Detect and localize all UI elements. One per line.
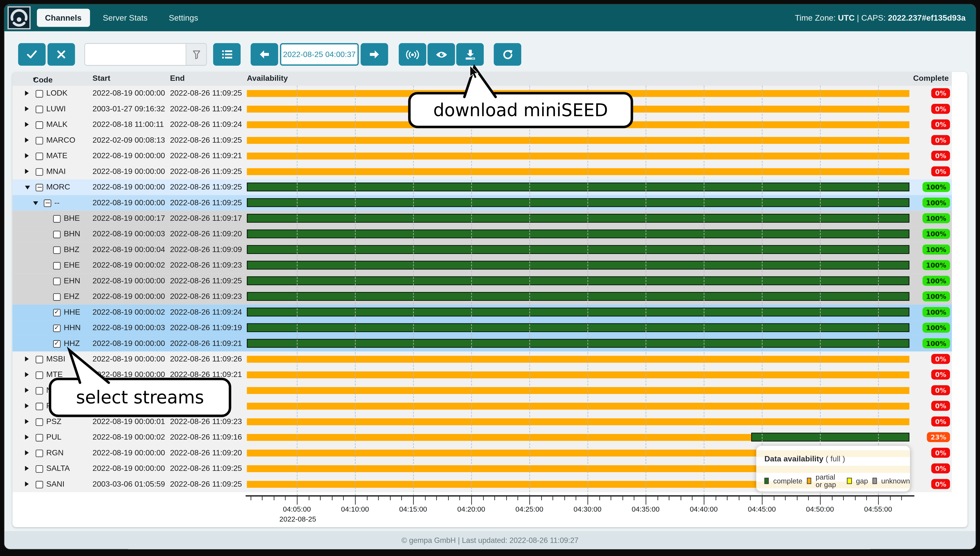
expand-arrow-collapsed-icon[interactable] xyxy=(25,153,29,158)
availability-bar[interactable] xyxy=(247,383,909,398)
row-checkbox[interactable] xyxy=(53,215,61,222)
table-row[interactable]: EHZ2022-08-19 00:00:002022-08-26 11:09:2… xyxy=(13,289,952,304)
availability-bar[interactable] xyxy=(247,430,909,445)
availability-bar[interactable] xyxy=(247,320,909,336)
expand-arrow-collapsed-icon[interactable] xyxy=(25,137,29,143)
row-checkbox[interactable] xyxy=(53,230,61,238)
row-checkbox[interactable] xyxy=(35,418,43,425)
availability-bar[interactable] xyxy=(247,336,909,351)
tab-settings[interactable]: Settings xyxy=(161,9,206,27)
col-header-availability[interactable]: Availability xyxy=(247,74,288,82)
expand-arrow-expanded-icon[interactable] xyxy=(25,185,30,189)
row-checkbox[interactable] xyxy=(35,168,43,175)
download-button[interactable] xyxy=(456,43,484,66)
row-checkbox[interactable] xyxy=(53,340,61,348)
tab-channels[interactable]: Channels xyxy=(37,9,90,27)
availability-bar[interactable] xyxy=(247,164,909,179)
row-checkbox[interactable] xyxy=(35,356,43,363)
availability-bar[interactable] xyxy=(247,211,909,226)
filter-input[interactable] xyxy=(85,44,186,65)
legend-label: complete xyxy=(773,477,802,485)
expand-arrow-collapsed-icon[interactable] xyxy=(25,403,29,409)
expand-arrow-collapsed-icon[interactable] xyxy=(25,356,29,362)
col-header-end[interactable]: End xyxy=(170,74,185,82)
table-row[interactable]: BHZ2022-08-19 00:00:042022-08-26 11:09:0… xyxy=(13,242,952,258)
availability-bar[interactable] xyxy=(247,367,909,383)
clear-selection-button[interactable] xyxy=(48,43,75,66)
expand-arrow-collapsed-icon[interactable] xyxy=(25,419,29,424)
row-checkbox[interactable] xyxy=(35,387,43,394)
row-checkbox[interactable] xyxy=(35,90,43,97)
table-row[interactable]: MARCO2022-02-09 00:08:132022-08-26 11:09… xyxy=(13,133,952,148)
tab-server-stats[interactable]: Server Stats xyxy=(95,9,156,27)
row-checkbox[interactable] xyxy=(44,199,51,207)
refresh-button[interactable] xyxy=(494,43,521,66)
availability-bar[interactable] xyxy=(247,148,909,164)
table-row[interactable]: --2022-08-19 00:00:002022-08-26 11:09:25… xyxy=(13,195,952,210)
table-row[interactable]: BHE2022-08-19 00:00:172022-08-26 11:09:1… xyxy=(13,211,952,226)
row-checkbox[interactable] xyxy=(53,246,61,254)
table-row[interactable]: HHZ2022-08-19 00:00:002022-08-26 11:09:2… xyxy=(13,336,952,351)
expand-arrow-collapsed-icon[interactable] xyxy=(25,169,29,174)
status-info: Time Zone: UTC | CAPS: 2022.237#ef135d93… xyxy=(795,4,966,31)
table-row[interactable]: BHN2022-08-19 00:00:032022-08-26 11:09:2… xyxy=(13,226,952,242)
expand-arrow-collapsed-icon[interactable] xyxy=(25,106,29,112)
expand-arrow-collapsed-icon[interactable] xyxy=(25,466,29,471)
row-checkbox[interactable] xyxy=(35,465,43,472)
table-row[interactable]: HHN2022-08-19 00:00:032022-08-26 11:09:1… xyxy=(13,320,952,336)
table-row[interactable]: MORC2022-08-19 00:00:002022-08-26 11:09:… xyxy=(13,179,952,195)
row-checkbox[interactable] xyxy=(53,324,61,332)
expand-arrow-collapsed-icon[interactable] xyxy=(25,435,29,440)
availability-bar[interactable] xyxy=(247,195,909,210)
row-checkbox[interactable] xyxy=(35,121,43,129)
list-view-button[interactable] xyxy=(213,43,240,66)
expand-arrow-collapsed-icon[interactable] xyxy=(25,388,29,393)
row-checkbox[interactable] xyxy=(35,184,43,191)
availability-bar[interactable] xyxy=(247,226,909,242)
apply-selection-button[interactable] xyxy=(18,43,45,66)
availability-bar[interactable] xyxy=(247,414,909,430)
row-checkbox[interactable] xyxy=(53,277,61,285)
row-checkbox[interactable] xyxy=(35,137,43,144)
visibility-button[interactable] xyxy=(427,43,455,66)
row-checkbox[interactable] xyxy=(53,262,61,269)
expand-arrow-expanded-icon[interactable] xyxy=(33,201,38,205)
row-checkbox[interactable] xyxy=(35,402,43,410)
expand-arrow-collapsed-icon[interactable] xyxy=(25,482,29,486)
availability-bar[interactable] xyxy=(247,304,909,320)
row-checkbox[interactable] xyxy=(35,434,43,441)
datetime-input[interactable] xyxy=(280,43,359,66)
availability-bar[interactable] xyxy=(247,258,909,273)
row-checkbox[interactable] xyxy=(35,152,43,160)
col-header-complete[interactable]: Complete xyxy=(913,74,949,82)
table-row[interactable]: EHN2022-08-19 00:00:002022-08-26 11:09:2… xyxy=(13,273,952,289)
row-checkbox[interactable] xyxy=(53,309,61,316)
prev-window-button[interactable] xyxy=(251,43,278,66)
expand-arrow-collapsed-icon[interactable] xyxy=(25,91,29,96)
availability-bar[interactable] xyxy=(247,289,909,304)
filter-funnel-segment[interactable] xyxy=(186,44,206,65)
row-checkbox[interactable] xyxy=(53,293,61,301)
expand-arrow-collapsed-icon[interactable] xyxy=(25,372,29,377)
row-checkbox[interactable] xyxy=(35,449,43,457)
availability-bar[interactable] xyxy=(247,133,909,148)
availability-bar[interactable] xyxy=(247,351,909,367)
row-checkbox[interactable] xyxy=(35,480,43,488)
availability-bar[interactable] xyxy=(247,273,909,289)
table-row[interactable]: MATE2022-08-19 00:00:002022-08-26 11:09:… xyxy=(13,148,952,164)
realtime-button[interactable] xyxy=(399,43,426,66)
table-row[interactable]: EHE2022-08-19 00:00:022022-08-26 11:09:2… xyxy=(13,258,952,273)
row-checkbox[interactable] xyxy=(35,371,43,379)
table-row[interactable]: PUL2022-08-19 00:00:022022-08-26 11:09:1… xyxy=(13,430,952,445)
next-window-button[interactable] xyxy=(361,43,388,66)
availability-bar[interactable] xyxy=(247,242,909,258)
table-row[interactable]: MNAI2022-08-19 00:00:002022-08-26 11:09:… xyxy=(13,164,952,179)
table-row[interactable]: HHE2022-08-19 00:00:022022-08-26 11:09:2… xyxy=(13,304,952,320)
table-row[interactable]: MSBI2022-08-19 00:00:002022-08-26 11:09:… xyxy=(13,351,952,367)
expand-arrow-collapsed-icon[interactable] xyxy=(25,450,29,455)
availability-bar[interactable] xyxy=(247,398,909,414)
expand-arrow-collapsed-icon[interactable] xyxy=(25,122,29,127)
availability-bar[interactable] xyxy=(247,179,909,195)
col-header-start[interactable]: Start xyxy=(93,74,110,82)
row-checkbox[interactable] xyxy=(35,105,43,113)
